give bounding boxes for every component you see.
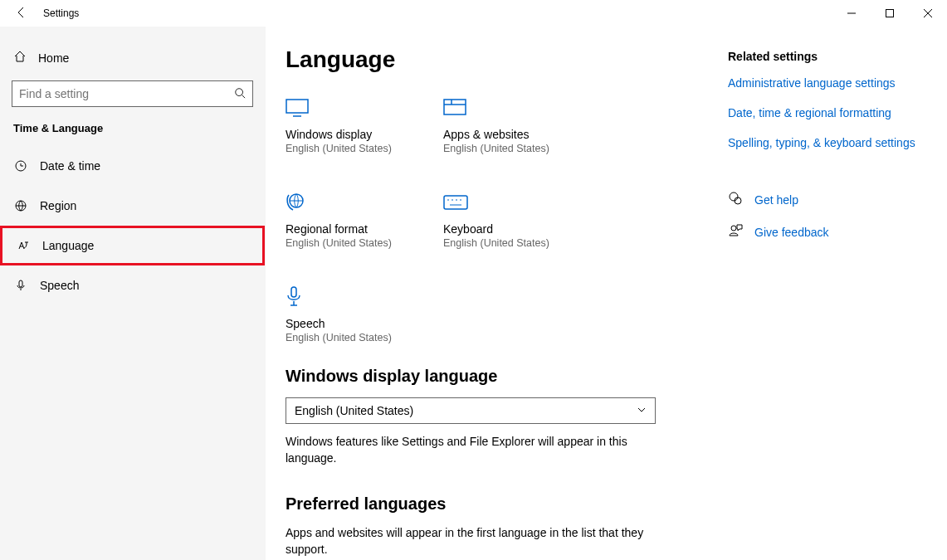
tile-sub: English (United States): [286, 143, 393, 154]
home-label: Home: [38, 51, 69, 65]
tile-sub: English (United States): [443, 143, 551, 154]
main-content: Language Windows display English (United…: [266, 27, 728, 560]
section-title: Time & Language: [0, 122, 265, 146]
get-help-label: Get help: [754, 193, 798, 207]
window-title: Settings: [43, 7, 79, 19]
tile-label: Speech: [286, 317, 393, 330]
window-icon: [443, 93, 551, 123]
tile-label: Keyboard: [443, 222, 551, 236]
svg-point-25: [731, 226, 736, 231]
preferred-languages-heading: Preferred languages: [286, 494, 708, 514]
microphone-icon: [286, 282, 393, 312]
dropdown-value: English (United States): [295, 404, 413, 417]
sidebar-item-language[interactable]: Language: [0, 226, 265, 265]
display-language-dropdown[interactable]: English (United States): [286, 397, 656, 424]
tile-sub: English (United States): [286, 237, 393, 249]
display-language-heading: Windows display language: [286, 367, 708, 386]
svg-line-5: [242, 95, 246, 98]
link-date-regional[interactable]: Date, time & regional formatting: [728, 106, 930, 119]
home-icon: [13, 50, 27, 66]
tile-label: Apps & websites: [443, 128, 551, 141]
svg-rect-8: [19, 280, 22, 287]
back-button[interactable]: [15, 6, 28, 22]
sidebar-item-speech[interactable]: Speech: [0, 265, 265, 305]
keyboard-icon: [443, 187, 551, 217]
preferred-languages-desc: Apps and websites will appear in the fir…: [286, 525, 651, 558]
monitor-icon: [286, 93, 393, 123]
feedback-icon: [728, 223, 743, 241]
globe-icon: [13, 199, 28, 212]
close-button[interactable]: [909, 0, 947, 27]
sidebar-item-label: Speech: [40, 279, 79, 292]
svg-rect-21: [291, 287, 296, 297]
clock-icon: [13, 159, 28, 173]
give-feedback-link[interactable]: Give feedback: [728, 223, 930, 241]
tile-label: Windows display: [286, 128, 393, 141]
sidebar-item-date-time[interactable]: Date & time: [0, 146, 265, 186]
sidebar-item-label: Region: [40, 199, 76, 212]
language-icon: [16, 239, 31, 252]
chevron-down-icon: [637, 404, 647, 417]
tile-label: Regional format: [286, 222, 393, 236]
microphone-icon: [13, 279, 28, 292]
link-admin-language[interactable]: Administrative language settings: [728, 76, 930, 90]
svg-rect-9: [286, 100, 308, 113]
maximize-button[interactable]: [871, 0, 909, 27]
svg-rect-1: [886, 10, 894, 17]
related-settings-heading: Related settings: [728, 50, 930, 63]
home-nav[interactable]: Home: [0, 41, 265, 74]
minimize-button[interactable]: [832, 0, 871, 27]
tile-windows-display[interactable]: Windows display English (United States): [286, 93, 393, 154]
page-title: Language: [286, 46, 708, 73]
svg-point-23: [730, 192, 738, 201]
tile-regional-format[interactable]: Regional format English (United States): [286, 187, 393, 249]
tile-keyboard[interactable]: Keyboard English (United States): [443, 187, 551, 249]
search-icon: [234, 87, 246, 101]
tile-speech[interactable]: Speech English (United States): [286, 282, 393, 343]
svg-rect-11: [444, 100, 466, 114]
link-spelling-keyboard[interactable]: Spelling, typing, & keyboard settings: [728, 136, 930, 149]
tile-sub: English (United States): [286, 332, 393, 343]
tile-sub: English (United States): [443, 237, 551, 249]
sidebar-item-label: Language: [42, 239, 94, 252]
tile-apps-websites[interactable]: Apps & websites English (United States): [443, 93, 551, 154]
give-feedback-label: Give feedback: [754, 226, 829, 239]
sidebar-item-label: Date & time: [40, 159, 100, 173]
globe-stand-icon: [286, 187, 393, 217]
display-language-desc: Windows features like Settings and File …: [286, 434, 651, 466]
search-input[interactable]: [19, 87, 234, 100]
sidebar: Home Time & Language Date & time Region …: [0, 27, 266, 560]
svg-point-4: [236, 88, 243, 95]
get-help-link[interactable]: Get help: [728, 191, 930, 208]
right-pane: Related settings Administrative language…: [728, 27, 947, 560]
help-icon: [728, 191, 743, 208]
svg-rect-15: [444, 196, 467, 209]
search-box[interactable]: [12, 80, 253, 107]
sidebar-item-region[interactable]: Region: [0, 186, 265, 226]
